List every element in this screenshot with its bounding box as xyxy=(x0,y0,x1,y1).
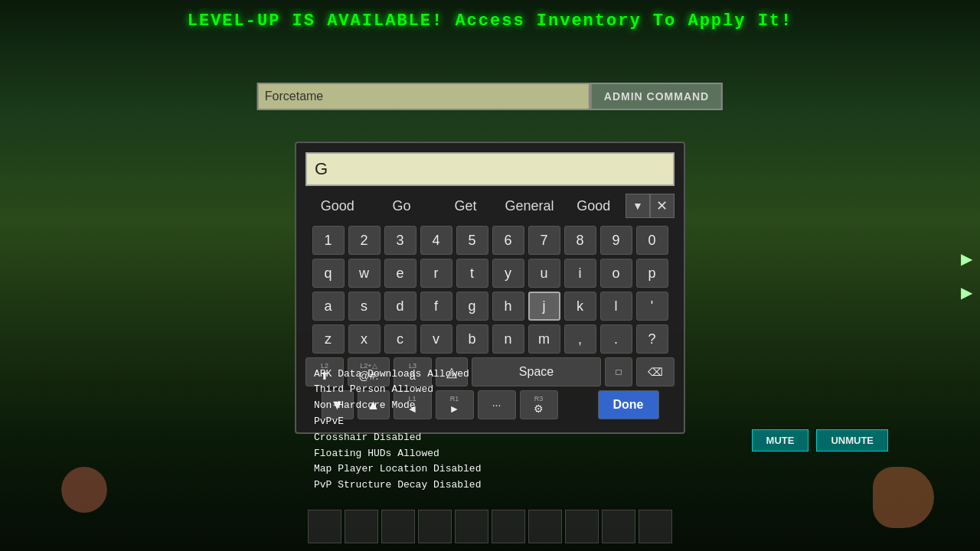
key-s[interactable]: s xyxy=(348,292,381,321)
key-h[interactable]: h xyxy=(492,292,524,321)
mute-button[interactable]: MUTE xyxy=(752,429,809,452)
inv-slot-8[interactable] xyxy=(602,510,635,543)
key-r[interactable]: r xyxy=(420,259,452,288)
key-c[interactable]: c xyxy=(384,324,416,354)
key-j[interactable]: j xyxy=(528,292,560,321)
key-b[interactable]: b xyxy=(456,324,488,354)
key-u[interactable]: u xyxy=(528,259,560,288)
key-6[interactable]: 6 xyxy=(492,226,524,255)
server-info-line-4: Crosshair Disabled xyxy=(314,430,481,446)
key-5[interactable]: 5 xyxy=(456,226,488,255)
server-info-line-7: PvP Structure Decay Disabled xyxy=(314,478,481,494)
inv-slot-1[interactable] xyxy=(345,510,378,543)
key-4[interactable]: 4 xyxy=(420,226,452,255)
level-up-banner: LEVEL-UP IS AVAILABLE! Access Inventory … xyxy=(188,11,793,31)
inv-slot-0[interactable] xyxy=(308,510,341,543)
server-info-line-5: Floating HUDs Allowed xyxy=(314,446,481,462)
server-info-line-0: ARK Data Downloads Allowed xyxy=(314,367,481,383)
key-done[interactable]: Done xyxy=(598,390,659,419)
qwerty-row: q w e r t y u i o p xyxy=(305,259,675,288)
key-0[interactable]: 0 xyxy=(636,226,668,255)
key-a[interactable]: a xyxy=(312,292,345,321)
key-l[interactable]: l xyxy=(600,292,632,321)
inv-slot-5[interactable] xyxy=(492,510,525,543)
inv-slot-6[interactable] xyxy=(528,510,562,543)
key-n[interactable]: n xyxy=(492,324,524,354)
key-t[interactable]: t xyxy=(456,259,488,288)
suggestions-expand[interactable]: ▼ xyxy=(626,194,650,218)
creature-decoration xyxy=(61,467,107,513)
number-row: 1 2 3 4 5 6 7 8 9 0 xyxy=(305,226,675,255)
keyboard-text-input[interactable] xyxy=(305,152,675,186)
nav-arrow-down-icon[interactable]: ▶ xyxy=(961,283,972,302)
server-info-line-3: PvPvE xyxy=(314,414,481,430)
inv-slot-2[interactable] xyxy=(381,510,415,543)
key-o[interactable]: o xyxy=(600,259,632,288)
key-ellipsis[interactable]: ··· xyxy=(478,390,516,419)
mute-controls: MUTE UNMUTE xyxy=(752,429,888,452)
key-period[interactable]: . xyxy=(600,324,632,354)
key-backspace[interactable]: ⌫ xyxy=(636,357,675,386)
unmute-button[interactable]: UNMUTE xyxy=(816,429,888,452)
key-1[interactable]: 1 xyxy=(312,226,345,255)
server-info-line-1: Third Person Allowed xyxy=(314,382,481,398)
key-square[interactable]: □ xyxy=(605,357,632,386)
nav-arrows-right: ▶ ▶ xyxy=(961,249,972,302)
key-d[interactable]: d xyxy=(384,292,416,321)
key-q[interactable]: q xyxy=(312,259,345,288)
key-r3-settings[interactable]: R3 ⚙ xyxy=(520,390,558,419)
server-info: ARK Data Downloads Allowed Third Person … xyxy=(314,367,481,494)
player-hands-decoration xyxy=(873,467,934,528)
suggestion-1[interactable]: Go xyxy=(370,195,434,217)
key-f[interactable]: f xyxy=(420,292,452,321)
key-7[interactable]: 7 xyxy=(528,226,560,255)
key-g[interactable]: g xyxy=(456,292,488,321)
key-space[interactable]: Space xyxy=(472,357,601,386)
nav-arrow-up-icon[interactable]: ▶ xyxy=(961,249,972,268)
key-y[interactable]: y xyxy=(492,259,524,288)
key-k[interactable]: k xyxy=(564,292,596,321)
inv-slot-3[interactable] xyxy=(418,510,452,543)
admin-bar: ADMIN COMMAND xyxy=(257,83,723,110)
key-x[interactable]: x xyxy=(348,324,381,354)
key-p[interactable]: p xyxy=(636,259,668,288)
key-9[interactable]: 9 xyxy=(600,226,632,255)
key-v[interactable]: v xyxy=(420,324,452,354)
suggestions-row: Good Go Get General Good ▼ ✕ xyxy=(305,194,675,218)
suggestion-0[interactable]: Good xyxy=(305,195,370,217)
suggestions-close[interactable]: ✕ xyxy=(650,194,675,218)
server-info-line-6: Map Player Location Disabled xyxy=(314,461,481,478)
inv-slot-9[interactable] xyxy=(639,510,672,543)
inv-slot-4[interactable] xyxy=(455,510,488,543)
suggestion-2[interactable]: Get xyxy=(433,195,498,217)
key-z[interactable]: z xyxy=(312,324,345,354)
inv-slot-7[interactable] xyxy=(565,510,599,543)
key-comma[interactable]: , xyxy=(564,324,596,354)
key-empty xyxy=(562,390,594,419)
admin-command-button[interactable]: ADMIN COMMAND xyxy=(590,83,723,110)
inventory-bar xyxy=(308,510,672,543)
key-e[interactable]: e xyxy=(384,259,416,288)
key-apostrophe[interactable]: ' xyxy=(636,292,668,321)
zxcv-row: z x c v b n m , . ? xyxy=(305,324,675,354)
key-8[interactable]: 8 xyxy=(564,226,596,255)
admin-command-input[interactable] xyxy=(257,83,590,110)
key-2[interactable]: 2 xyxy=(348,226,381,255)
key-question[interactable]: ? xyxy=(636,324,668,354)
key-i[interactable]: i xyxy=(564,259,596,288)
key-m[interactable]: m xyxy=(528,324,560,354)
asdf-row: a s d f g h j k l ' xyxy=(305,292,675,321)
suggestion-3[interactable]: General xyxy=(498,195,562,217)
suggestion-4[interactable]: Good xyxy=(561,195,626,217)
key-w[interactable]: w xyxy=(348,259,381,288)
key-3[interactable]: 3 xyxy=(384,226,416,255)
server-info-line-2: Non-Hardcore Mode xyxy=(314,398,481,414)
